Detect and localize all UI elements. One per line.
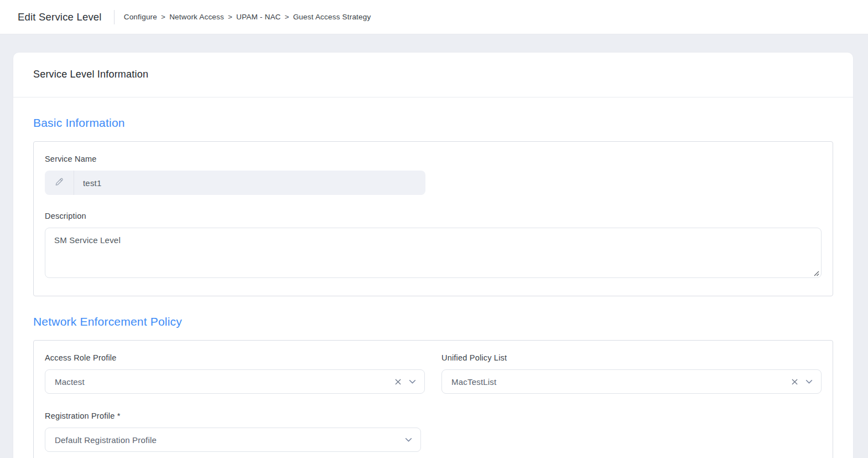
access-role-profile-select[interactable]: Mactest [45, 369, 425, 394]
breadcrumb-separator: > [285, 13, 289, 21]
header-divider [114, 10, 115, 24]
breadcrumb-separator: > [228, 13, 232, 21]
pencil-icon [55, 177, 64, 188]
unified-policy-list-label: Unified Policy List [441, 353, 822, 362]
basic-information-group: Service Name Description SM Ser [33, 141, 833, 296]
unified-policy-list-value: MacTestList [451, 377, 791, 387]
breadcrumb-item-guest-access-strategy: Guest Access Strategy [293, 13, 371, 21]
registration-profile-value: Default Registration Profile [55, 435, 405, 445]
breadcrumb-item-network-access[interactable]: Network Access [169, 13, 224, 21]
unified-policy-list-field: Unified Policy List MacTestList [441, 353, 822, 394]
top-header-bar: Edit Service Level Configure > Network A… [0, 0, 868, 34]
breadcrumb-separator: > [161, 13, 165, 21]
breadcrumb-item-configure[interactable]: Configure [124, 13, 157, 21]
service-level-card: Service Level Information Basic Informat… [13, 53, 853, 458]
chevron-down-icon[interactable] [409, 379, 416, 384]
policy-row: Access Role Profile Mactest Uni [45, 353, 822, 394]
section-heading-basic-information: Basic Information [33, 116, 833, 130]
description-textarea[interactable]: SM Service Level [45, 228, 822, 278]
service-name-label: Service Name [45, 155, 822, 163]
service-name-input[interactable] [74, 171, 425, 195]
network-enforcement-policy-group: Access Role Profile Mactest Uni [33, 340, 833, 458]
x-icon[interactable] [394, 378, 402, 385]
service-name-field [45, 171, 425, 195]
breadcrumb-item-upam-nac[interactable]: UPAM - NAC [236, 13, 281, 21]
edit-prefix [45, 171, 74, 195]
chevron-down-icon[interactable] [405, 438, 412, 442]
description-field: SM Service Level [45, 228, 822, 280]
access-role-profile-label: Access Role Profile [45, 353, 425, 362]
card-body: Basic Information Service Name De [13, 116, 853, 458]
page-content: Service Level Information Basic Informat… [0, 34, 868, 458]
registration-profile-field: Registration Profile * Default Registrat… [45, 411, 421, 452]
section-heading-network-enforcement-policy: Network Enforcement Policy [33, 315, 833, 328]
description-label: Description [45, 212, 822, 220]
unified-policy-list-select[interactable]: MacTestList [441, 369, 822, 394]
registration-profile-select[interactable]: Default Registration Profile [45, 428, 421, 452]
x-icon[interactable] [791, 378, 798, 385]
chevron-down-icon[interactable] [805, 379, 813, 384]
card-header: Service Level Information [13, 53, 853, 97]
page-title: Edit Service Level [18, 11, 102, 23]
breadcrumb: Configure > Network Access > UPAM - NAC … [124, 13, 371, 21]
card-title: Service Level Information [33, 69, 833, 80]
access-role-profile-field: Access Role Profile Mactest [45, 353, 425, 394]
registration-profile-label: Registration Profile * [45, 411, 421, 420]
access-role-profile-value: Mactest [55, 377, 394, 387]
